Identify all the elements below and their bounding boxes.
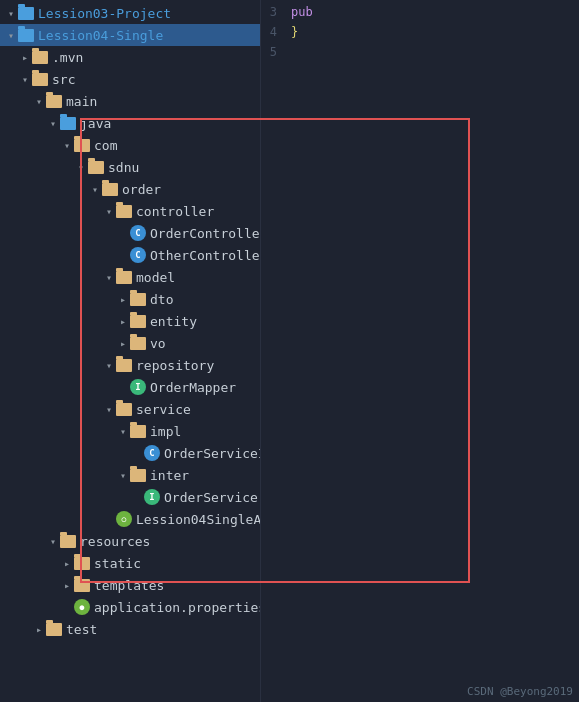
line-num-4: 4	[261, 22, 285, 42]
label-ordercontroller: OrderController	[150, 226, 260, 241]
tree-item-orderserviceimpl[interactable]: C OrderServiceImpl	[0, 442, 260, 464]
watermark: CSDN @Beyong2019	[467, 685, 573, 698]
label-impl: impl	[150, 424, 181, 439]
label-src: src	[52, 72, 75, 87]
label-lession03: Lession03-Project	[38, 6, 171, 21]
tree-item-appprops[interactable]: ● application.properties	[0, 596, 260, 618]
props-icon-appprops: ●	[74, 599, 90, 615]
folder-icon-java	[60, 117, 76, 130]
folder-icon-templates	[74, 579, 90, 592]
label-model: model	[136, 270, 175, 285]
tree-item-vo[interactable]: vo	[0, 332, 260, 354]
brace-close: }	[291, 25, 298, 39]
label-static: static	[94, 556, 141, 571]
spring-icon-lession04app: ○	[116, 511, 132, 527]
interface-icon-orderservice: I	[144, 489, 160, 505]
folder-icon-sdnu	[88, 161, 104, 174]
class-icon-othercontroller: C	[130, 247, 146, 263]
arrow-lession03	[4, 8, 18, 19]
tree-item-orderservice[interactable]: I OrderService	[0, 486, 260, 508]
arrow-controller	[102, 206, 116, 217]
tree-item-lession04app[interactable]: ○ Lession04SingleApplicatio	[0, 508, 260, 530]
label-test: test	[66, 622, 97, 637]
interface-icon-ordermapper: I	[130, 379, 146, 395]
arrow-vo	[116, 338, 130, 349]
arrow-lession04	[4, 30, 18, 41]
label-templates: templates	[94, 578, 164, 593]
arrow-inter	[116, 470, 130, 481]
tree-item-test[interactable]: test	[0, 618, 260, 640]
tree-item-impl[interactable]: impl	[0, 420, 260, 442]
label-inter: inter	[150, 468, 189, 483]
tree-item-src[interactable]: src	[0, 68, 260, 90]
tree-item-java[interactable]: java	[0, 112, 260, 134]
tree-item-service[interactable]: service	[0, 398, 260, 420]
tree-item-dto[interactable]: dto	[0, 288, 260, 310]
arrow-repository	[102, 360, 116, 371]
label-repository: repository	[136, 358, 214, 373]
label-appprops: application.properties	[94, 600, 260, 615]
folder-icon-lession04	[18, 29, 34, 42]
label-com: com	[94, 138, 117, 153]
class-icon-ordercontroller: C	[130, 225, 146, 241]
folder-icon-main	[46, 95, 62, 108]
label-othercontroller: OtherController	[150, 248, 260, 263]
tree-item-mvn[interactable]: .mvn	[0, 46, 260, 68]
label-controller: controller	[136, 204, 214, 219]
line-numbers: 3 4 5	[261, 2, 285, 62]
code-line-3: pub	[291, 2, 313, 22]
folder-icon-static	[74, 557, 90, 570]
code-line-4: }	[291, 22, 313, 42]
arrow-java	[46, 118, 60, 129]
tree-item-othercontroller[interactable]: C OtherController	[0, 244, 260, 266]
folder-icon-service	[116, 403, 132, 416]
label-orderservice: OrderService	[164, 490, 258, 505]
label-vo: vo	[150, 336, 166, 351]
tree-item-lession03[interactable]: Lession03-Project	[0, 2, 260, 24]
tree-item-com[interactable]: com	[0, 134, 260, 156]
arrow-test	[32, 624, 46, 635]
tree-item-controller[interactable]: controller	[0, 200, 260, 222]
label-java: java	[80, 116, 111, 131]
tree-item-lession04[interactable]: Lession04-Single	[0, 24, 260, 46]
tree-item-order[interactable]: order	[0, 178, 260, 200]
label-mvn: .mvn	[52, 50, 83, 65]
arrow-templates	[60, 580, 74, 591]
tree-item-sdnu[interactable]: sdnu	[0, 156, 260, 178]
tree-item-ordercontroller[interactable]: C OrderController	[0, 222, 260, 244]
arrow-static	[60, 558, 74, 569]
line-num-5: 5	[261, 42, 285, 62]
line-num-3: 3	[261, 2, 285, 22]
label-main: main	[66, 94, 97, 109]
tree-item-entity[interactable]: entity	[0, 310, 260, 332]
code-content: pub }	[291, 2, 313, 62]
label-dto: dto	[150, 292, 173, 307]
label-sdnu: sdnu	[108, 160, 139, 175]
tree-item-repository[interactable]: repository	[0, 354, 260, 376]
label-resources: resources	[80, 534, 150, 549]
label-service: service	[136, 402, 191, 417]
label-entity: entity	[150, 314, 197, 329]
keyword-pub: pub	[291, 5, 313, 19]
arrow-model	[102, 272, 116, 283]
tree-item-ordermapper[interactable]: I OrderMapper	[0, 376, 260, 398]
folder-icon-test	[46, 623, 62, 636]
arrow-order	[88, 184, 102, 195]
folder-icon-src	[32, 73, 48, 86]
tree-item-model[interactable]: model	[0, 266, 260, 288]
tree-item-templates[interactable]: templates	[0, 574, 260, 596]
label-orderserviceimpl: OrderServiceImpl	[164, 446, 260, 461]
folder-icon-vo	[130, 337, 146, 350]
arrow-dto	[116, 294, 130, 305]
tree-item-resources[interactable]: resources	[0, 530, 260, 552]
tree-item-inter[interactable]: inter	[0, 464, 260, 486]
arrow-sdnu	[74, 162, 88, 173]
folder-icon-impl	[130, 425, 146, 438]
label-order: order	[122, 182, 161, 197]
tree-item-static[interactable]: static	[0, 552, 260, 574]
class-icon-orderserviceimpl: C	[144, 445, 160, 461]
folder-icon-inter	[130, 469, 146, 482]
tree-item-main[interactable]: main	[0, 90, 260, 112]
folder-icon-com	[74, 139, 90, 152]
folder-icon-order	[102, 183, 118, 196]
